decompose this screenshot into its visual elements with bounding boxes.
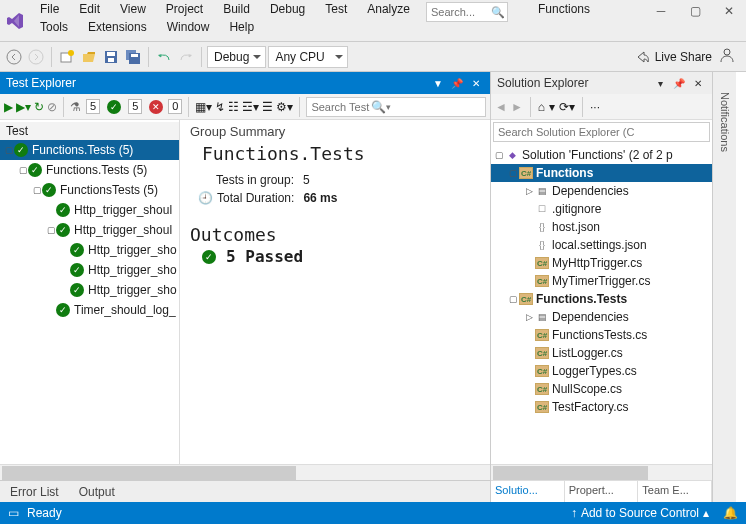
test-tree-row[interactable]: Http_trigger_sho [0,260,179,280]
run-button[interactable]: ▶▾ [16,100,31,114]
test-tree-row[interactable]: Http_trigger_sho [0,240,179,260]
test-tree-row[interactable]: Timer_should_log_ [0,300,179,320]
expander-icon[interactable]: ▢ [507,294,519,304]
nav-fwd-button[interactable] [26,46,46,68]
live-share-button[interactable]: Live Share [635,49,712,65]
menu-view[interactable]: View [110,0,156,18]
minimize-button[interactable]: ─ [644,0,678,22]
side-rail[interactable]: Notifications [712,72,736,502]
menu-test[interactable]: Test [315,0,357,18]
se-back-button[interactable]: ◄ [495,100,507,114]
nav-back-button[interactable] [4,46,24,68]
settings-button[interactable]: ⚙▾ [276,100,293,114]
solution-tree-row[interactable]: {}local.settings.json [491,236,712,254]
menu-debug[interactable]: Debug [260,0,315,18]
se-view-tab[interactable]: Team E... [638,481,712,502]
solution-tree[interactable]: ▢ ◆ Solution 'Functions' (2 of 2 p ▢Func… [491,144,712,464]
test-tree-row[interactable]: ▢Http_trigger_shoul [0,220,179,240]
expander-icon[interactable]: ▢ [46,225,56,235]
filter-button[interactable]: ↯ [215,100,225,114]
se-fwd-button[interactable]: ► [511,100,523,114]
solution-tree-row[interactable]: {}host.json [491,218,712,236]
close-button[interactable]: ✕ [712,0,746,22]
expander-icon[interactable]: ▢ [493,150,505,160]
notification-bell-icon[interactable]: 🔔 [723,506,738,520]
stop-button[interactable]: ⊘ [47,100,57,114]
undo-button[interactable] [154,46,174,68]
new-project-button[interactable] [57,46,77,68]
pin-icon[interactable]: 📌 [671,75,687,91]
dropdown-icon[interactable]: ▼ [430,75,446,91]
expander-icon[interactable]: ▢ [4,145,14,155]
save-button[interactable] [101,46,121,68]
dropdown-icon[interactable]: ▾ [652,75,668,91]
menu-project[interactable]: Project [156,0,213,18]
maximize-button[interactable]: ▢ [678,0,712,22]
test-tree-row[interactable]: Http_trigger_shoul [0,200,179,220]
menu-analyze[interactable]: Analyze [357,0,420,18]
user-icon[interactable] [718,46,736,67]
bottom-tab-error-list[interactable]: Error List [0,482,69,502]
run-all-button[interactable]: ▶ [4,100,13,114]
menu-edit[interactable]: Edit [69,0,110,18]
expander-icon[interactable]: ▢ [18,165,28,175]
bottom-tab-output[interactable]: Output [69,482,125,502]
solution-tree-row[interactable]: TestFactory.cs [491,398,712,416]
expander-icon[interactable]: ▷ [523,186,535,196]
se-scope-button[interactable]: ▾ [549,100,555,114]
test-tree-row[interactable]: Http_trigger_sho [0,280,179,300]
source-control-button[interactable]: ↑ Add to Source Control ▴ [571,506,709,520]
close-icon[interactable]: ✕ [690,75,706,91]
outcome-passed[interactable]: 5 Passed [226,247,303,266]
menu-window[interactable]: Window [157,18,220,36]
solution-search[interactable] [493,122,710,142]
repeat-button[interactable]: ↻ [34,100,44,114]
horizontal-scrollbar[interactable] [0,464,490,480]
solution-tree-row[interactable]: LoggerTypes.cs [491,362,712,380]
group-button[interactable]: ☷ [228,100,239,114]
test-search-input[interactable] [311,99,371,115]
expander-icon[interactable]: ▢ [507,168,519,178]
solution-tree-row[interactable]: ▷▤Dependencies [491,182,712,200]
se-horizontal-scrollbar[interactable] [491,464,712,480]
save-all-button[interactable] [123,46,143,68]
redo-button[interactable] [176,46,196,68]
se-more-button[interactable]: ··· [590,100,600,114]
menu-build[interactable]: Build [213,0,260,18]
solution-tree-row[interactable]: ListLogger.cs [491,344,712,362]
expander-icon[interactable]: ▷ [523,312,535,322]
open-button[interactable] [79,46,99,68]
window-frame-icon[interactable]: ▭ [8,506,19,520]
config-combo[interactable]: Debug [207,46,266,68]
test-tree-row[interactable]: ▢Functions.Tests (5) [0,160,179,180]
solution-tree-row[interactable]: FunctionsTests.cs [491,326,712,344]
solution-tree-row[interactable]: ▷▤Dependencies [491,308,712,326]
solution-node[interactable]: ▢ ◆ Solution 'Functions' (2 of 2 p [491,146,712,164]
global-search-input[interactable] [431,4,491,20]
pin-icon[interactable]: 📌 [449,75,465,91]
solution-tree-row[interactable]: ☐.gitignore [491,200,712,218]
menu-file[interactable]: File [30,0,69,18]
test-tree-row[interactable]: ▢Functions.Tests (5) [0,140,179,160]
test-tree[interactable]: Test ▢Functions.Tests (5)▢Functions.Test… [0,120,180,464]
view-button[interactable]: ▦▾ [195,100,212,114]
columns-button[interactable]: ☲▾ [242,100,259,114]
se-sync-button[interactable]: ⟳▾ [559,100,575,114]
menu-help[interactable]: Help [219,18,264,36]
chevron-down-icon[interactable]: ▾ [386,102,391,112]
menu-tools[interactable]: Tools [30,18,78,36]
global-search[interactable]: 🔍 [426,2,508,22]
solution-tree-row[interactable]: ▢Functions.Tests [491,290,712,308]
playlist-button[interactable]: ☰ [262,100,273,114]
close-icon[interactable]: ✕ [468,75,484,91]
solution-tree-row[interactable]: NullScope.cs [491,380,712,398]
test-tree-row[interactable]: ▢FunctionsTests (5) [0,180,179,200]
se-view-tab[interactable]: Solutio... [491,481,565,502]
expander-icon[interactable]: ▢ [32,185,42,195]
menu-extensions[interactable]: Extensions [78,18,157,36]
solution-tree-row[interactable]: MyHttpTrigger.cs [491,254,712,272]
platform-combo[interactable]: Any CPU [268,46,348,68]
solution-tree-row[interactable]: MyTimerTrigger.cs [491,272,712,290]
solution-tree-row[interactable]: ▢Functions [491,164,712,182]
se-home-button[interactable]: ⌂ [538,100,545,114]
